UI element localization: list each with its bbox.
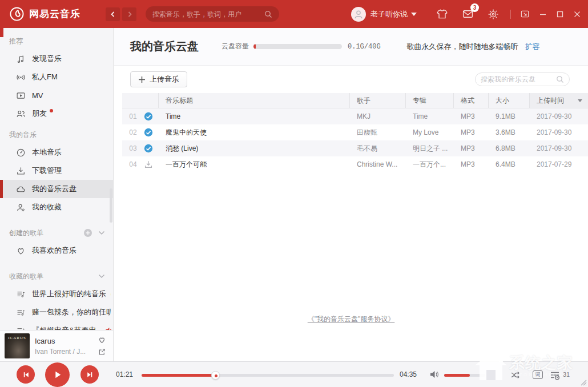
song-title: 魔鬼中的天使	[159, 128, 350, 138]
sidebar-item-liked-music[interactable]: 我喜欢的音乐	[0, 241, 113, 260]
table-row[interactable]: 01 Time MKJ Time MP3 9.1MB 2017-09-30	[122, 108, 588, 124]
song-size: 3.6MB	[489, 128, 530, 136]
message-count-badge: 3	[470, 3, 479, 12]
user-icon	[353, 9, 364, 19]
theme-skin-button[interactable]	[436, 8, 448, 20]
playlist-icon	[16, 308, 26, 317]
add-playlist-icon[interactable]	[83, 228, 92, 237]
search-icon	[264, 10, 272, 18]
playlist-name: 赌一包辣条，你的前任听...	[32, 307, 111, 317]
maximize-icon	[556, 10, 564, 18]
heart-icon	[16, 246, 26, 256]
playlist-icon	[16, 289, 26, 299]
gear-icon	[488, 9, 499, 20]
download-status-icon[interactable]	[144, 160, 153, 169]
minimize-button[interactable]	[539, 10, 547, 18]
chevron-down-icon[interactable]	[411, 13, 417, 16]
sidebar-item-personal-fm[interactable]: 私人FM	[0, 68, 113, 86]
song-format: MP3	[454, 144, 489, 152]
sidebar-item-label: 下载管理	[32, 166, 62, 176]
sidebar-item-friends[interactable]: 朋友	[0, 104, 113, 123]
sidebar-item-mv[interactable]: MV	[0, 86, 113, 104]
uploaded-check-icon	[144, 144, 153, 153]
expand-capacity-link[interactable]: 扩容	[525, 42, 540, 52]
volume-fill	[444, 374, 470, 377]
sidebar-item-download-manager[interactable]: 下载管理	[0, 162, 113, 180]
app-title: 网易云音乐	[29, 7, 80, 21]
table-row[interactable]: 02 魔鬼中的天使 田馥甄 My Love MP3 3.6MB 2017-09-…	[122, 124, 588, 140]
sidebar-item-my-collection[interactable]: 我的收藏	[0, 198, 113, 216]
maximize-button[interactable]	[556, 10, 564, 18]
play-queue-button[interactable]	[549, 369, 561, 381]
capacity-label: 云盘容量	[221, 42, 249, 51]
sidebar-scrollbar[interactable]	[110, 188, 112, 223]
playlist-item-2[interactable]: 赌一包辣条，你的前任听...	[0, 303, 113, 321]
next-track-button[interactable]	[80, 365, 99, 384]
back-button[interactable]	[106, 7, 120, 21]
mini-mode-button[interactable]	[520, 9, 530, 19]
album-art[interactable]: ICARUS	[5, 333, 30, 358]
now-playing-artist[interactable]: Ivan Torrent / J...	[35, 348, 98, 356]
search-icon	[556, 75, 564, 83]
volume-button[interactable]	[429, 369, 440, 380]
section-created-playlists: 创建的歌单	[0, 224, 113, 241]
resize-grip[interactable]	[579, 378, 587, 386]
sidebar-item-label: 我的收藏	[32, 202, 62, 212]
username[interactable]: 老子听你说	[370, 9, 408, 19]
collapse-created-icon[interactable]	[98, 231, 105, 235]
song-album: 一百万个...	[406, 160, 454, 170]
left-edge-accent	[0, 28, 3, 37]
uploaded-check-icon	[144, 112, 153, 121]
shirt-icon	[436, 8, 448, 20]
close-button[interactable]	[573, 10, 581, 18]
uploaded-check-icon	[144, 128, 153, 137]
sidebar-item-discover-music[interactable]: 发现音乐	[0, 50, 113, 68]
song-table: 音乐标题 歌手 专辑 格式 大小 上传时间 01 Time MKJ Time M…	[122, 93, 588, 172]
column-upload-time[interactable]: 上传时间	[530, 93, 588, 108]
table-row[interactable]: 04 一百万个可能 Christine W... 一百万个... MP3 6.4…	[122, 156, 588, 172]
play-mode-button[interactable]	[510, 369, 521, 381]
capacity-bar-fill	[253, 44, 256, 49]
forward-button[interactable]	[122, 7, 136, 21]
messages-button[interactable]: 3	[462, 8, 474, 20]
collapse-collected-icon[interactable]	[98, 274, 105, 279]
mv-icon	[16, 91, 26, 100]
cloud-disk-search-input[interactable]	[481, 75, 556, 83]
queue-count[interactable]: 31	[563, 371, 570, 378]
previous-track-button[interactable]	[17, 365, 35, 384]
global-search[interactable]	[146, 6, 279, 22]
progress-bar[interactable]	[142, 374, 394, 377]
volume-bar[interactable]	[444, 374, 485, 377]
like-song-button[interactable]	[98, 336, 106, 344]
song-title: Time	[159, 112, 350, 120]
total-time: 04:35	[400, 370, 417, 378]
minimize-icon	[539, 10, 547, 18]
avatar[interactable]	[351, 7, 366, 22]
playlist-icon	[16, 326, 26, 330]
playlist-item-1[interactable]: 世界上很好听的纯音乐（...	[0, 285, 113, 303]
playlist-item-3[interactable]: 『超燃电音&节奏电...	[0, 321, 113, 330]
song-artist: MKJ	[350, 112, 406, 120]
play-button[interactable]	[45, 362, 70, 387]
global-search-input[interactable]	[152, 10, 264, 18]
now-playing-title[interactable]: Icarus	[35, 337, 98, 345]
service-agreement-link[interactable]: 《"我的音乐云盘"服务协议》	[308, 315, 395, 323]
sidebar-item-local-music[interactable]: 本地音乐	[0, 143, 113, 162]
local-music-icon	[16, 148, 26, 158]
progress-knob[interactable]	[211, 371, 220, 380]
upload-music-button[interactable]: 上传音乐	[130, 71, 187, 87]
song-format: MP3	[454, 128, 489, 136]
speaker-icon	[429, 369, 440, 380]
cloud-disk-search[interactable]	[475, 72, 570, 86]
app-logo[interactable]: 网易云音乐	[9, 6, 80, 22]
sidebar-item-music-cloud-disk[interactable]: 我的音乐云盘	[0, 180, 113, 198]
share-song-button[interactable]	[98, 348, 106, 356]
table-row[interactable]: 03 消愁 (Live) 毛不易 明日之子 ... MP3 6.8MB 2017…	[122, 140, 588, 156]
plus-icon	[138, 76, 146, 83]
column-format: 格式	[454, 93, 489, 108]
settings-button[interactable]	[488, 9, 499, 20]
lyrics-button[interactable]: 词	[533, 370, 543, 379]
share-icon	[98, 348, 106, 356]
song-title: 一百万个可能	[159, 160, 350, 170]
cloud-icon	[16, 184, 26, 194]
